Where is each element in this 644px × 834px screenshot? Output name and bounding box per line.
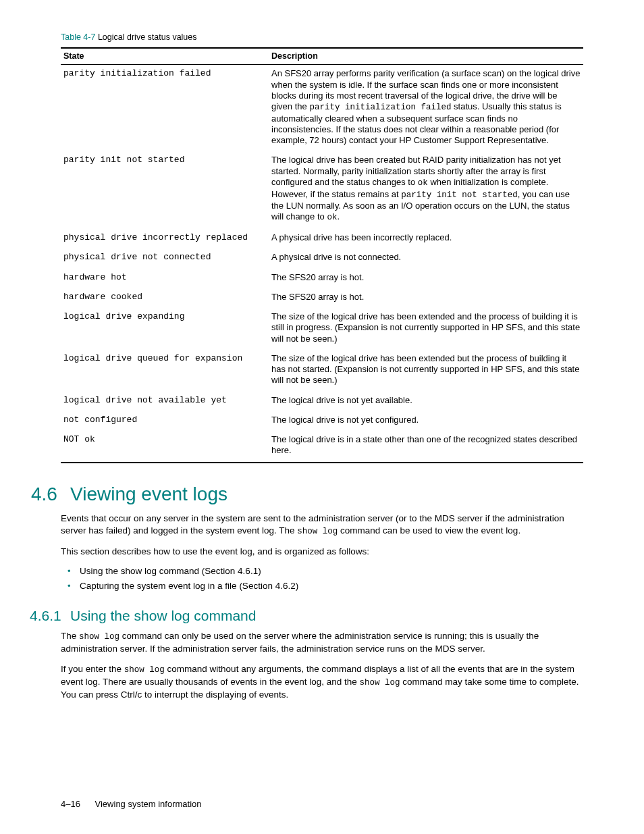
table-row: not configuredThe logical drive is not y… [61, 411, 583, 431]
cell-state: parity init not started [61, 151, 269, 229]
footer-section: Viewing system information [95, 799, 202, 809]
heading-title: Using the show log command [70, 607, 256, 625]
table-row: physical drive incorrectly replacedA phy… [61, 229, 583, 249]
heading-4.6.1: 4.6.1 Using the show log command [30, 607, 583, 625]
paragraph: Events that occur on any server in the s… [61, 513, 583, 538]
table-row: physical drive not connectedA physical d… [61, 249, 583, 268]
cell-description: The SFS20 array is hot. [269, 269, 583, 288]
cell-state: physical drive not connected [61, 249, 269, 268]
cell-state: parity initialization failed [61, 65, 269, 152]
cell-state: not configured [61, 411, 269, 431]
table-row: parity init not startedThe logical drive… [61, 151, 583, 229]
bullet-list: Using the show log command (Section 4.6.… [61, 566, 583, 592]
cell-state: logical drive not available yet [61, 392, 269, 411]
cell-state: physical drive incorrectly replaced [61, 229, 269, 249]
cell-state: logical drive expanding [61, 308, 269, 350]
table-caption: Table 4-7 Logical drive status values [61, 32, 583, 43]
paragraph: This section describes how to use the ev… [61, 546, 583, 558]
page-footer: 4–16 Viewing system information [61, 799, 202, 810]
heading-number: 4.6 [31, 482, 70, 506]
cell-description: The size of the logical drive has been e… [269, 308, 583, 350]
cell-description: The logical drive is in a state other th… [269, 431, 583, 463]
cell-description: The size of the logical drive has been e… [269, 350, 583, 392]
cell-state: hardware hot [61, 269, 269, 288]
table-row: parity initialization failedAn SFS20 arr… [61, 65, 583, 152]
table-caption-text: Logical drive status values [98, 32, 197, 42]
cell-description: A physical drive has been incorrectly re… [269, 229, 583, 249]
table-row: logical drive queued for expansionThe si… [61, 350, 583, 392]
table-row: logical drive expandingThe size of the l… [61, 308, 583, 350]
paragraph: The show log command can only be used on… [61, 630, 583, 655]
th-state: State [61, 48, 269, 65]
table-number: Table 4-7 [61, 32, 95, 42]
cell-state: logical drive queued for expansion [61, 350, 269, 392]
status-table: State Description parity initialization … [61, 47, 583, 463]
paragraph: If you enter the show log command withou… [61, 663, 583, 701]
cell-description: The logical drive has been created but R… [269, 151, 583, 229]
cell-state: NOT ok [61, 431, 269, 463]
table-row: NOT okThe logical drive is in a state ot… [61, 431, 583, 463]
table-row: logical drive not available yetThe logic… [61, 392, 583, 411]
heading-4.6: 4.6 Viewing event logs [31, 482, 583, 506]
cell-description: An SFS20 array performs parity verificat… [269, 65, 583, 152]
table-row: hardware hotThe SFS20 array is hot. [61, 269, 583, 288]
th-description: Description [269, 48, 583, 65]
cell-description: A physical drive is not connected. [269, 249, 583, 268]
list-item: Using the show log command (Section 4.6.… [80, 566, 583, 577]
cell-description: The logical drive is not yet available. [269, 392, 583, 411]
list-item: Capturing the system event log in a file… [80, 581, 583, 592]
cell-state: hardware cooked [61, 288, 269, 308]
cell-description: The logical drive is not yet configured. [269, 411, 583, 431]
heading-title: Viewing event logs [70, 482, 227, 506]
page-number: 4–16 [61, 799, 80, 809]
table-row: hardware cookedThe SFS20 array is hot. [61, 288, 583, 308]
heading-number: 4.6.1 [30, 607, 70, 625]
cell-description: The SFS20 array is hot. [269, 288, 583, 308]
